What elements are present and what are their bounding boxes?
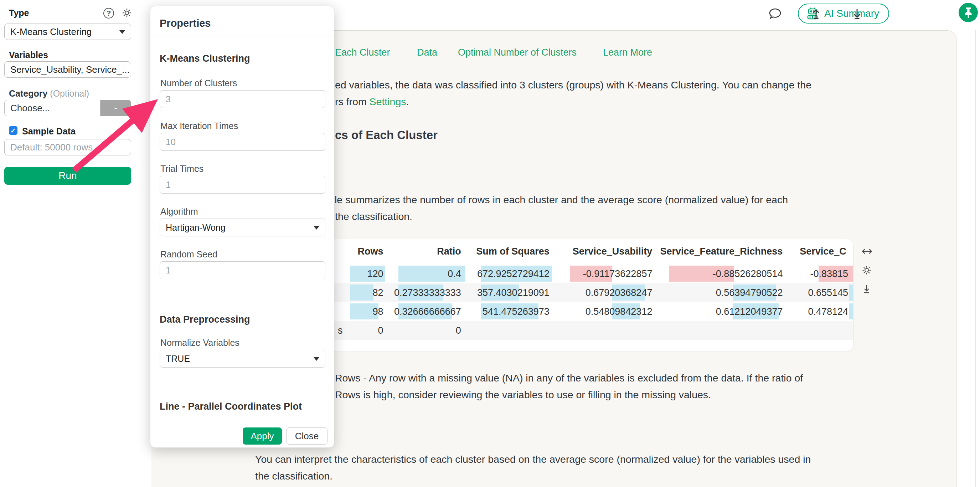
type-select[interactable]: K-Means Clustering: [4, 24, 131, 40]
cell-value: 672.9252729412: [477, 268, 549, 279]
normalize-select[interactable]: TRUE: [160, 350, 325, 368]
tab-data[interactable]: Data: [417, 47, 437, 58]
table-cell: -0.91173622857: [555, 264, 657, 283]
close-button[interactable]: Close: [286, 428, 328, 444]
category-optional-label: (Optional): [50, 88, 89, 99]
intro-text-line2: rs from Settings.: [335, 96, 409, 108]
row-label: s: [338, 325, 343, 336]
algorithm-select-value: Hartigan-Wong: [166, 223, 226, 233]
normalize-select-value: TRUE: [166, 354, 190, 364]
table-cell: 0.61212049377: [657, 302, 788, 321]
help-icon[interactable]: ?: [103, 8, 114, 19]
settings-gear-icon[interactable]: [121, 6, 133, 19]
column-header[interactable]: Service_Usability: [555, 246, 657, 257]
cell-value: 0.61212049377: [716, 306, 783, 317]
data-bar: [849, 303, 853, 320]
cell-value: 0.655145: [808, 287, 848, 298]
table-cell: 0.67920368247: [555, 283, 657, 302]
table-cell: 357.4030219091: [466, 283, 555, 302]
variables-input[interactable]: Service_Usability, Service_...: [4, 61, 131, 78]
random-seed-label: Random Seed: [161, 249, 217, 259]
cell-value: 120: [367, 268, 383, 279]
clusters-field-label: Number of Clusters: [161, 78, 237, 88]
max-iterations-value: 10: [166, 137, 176, 147]
sample-size-input[interactable]: Default: 50000 rows: [4, 139, 131, 156]
cell-value: -0.91173622857: [583, 268, 652, 279]
random-seed-value: 1: [166, 265, 171, 275]
table-row: s00: [321, 321, 853, 340]
apply-button[interactable]: Apply: [243, 428, 282, 444]
category-label: Category (Optional): [9, 88, 89, 99]
dropped-rows-note-line2: Rows is high, consider reviewing the var…: [335, 389, 711, 401]
category-clear-button[interactable]: -: [100, 100, 131, 116]
cell-value: 0.32666666667: [394, 306, 461, 317]
tab-optimal-number-of-clusters[interactable]: Optimal Number of Clusters: [458, 47, 577, 58]
algorithm-select[interactable]: Hartigan-Wong: [160, 218, 325, 236]
comment-icon[interactable]: [768, 6, 782, 21]
table-row: 980.32666666667541.4752639730.5480984231…: [321, 302, 853, 321]
variables-input-value: Service_Usability, Service_...: [10, 64, 130, 75]
pin-avatar[interactable]: [959, 3, 978, 22]
cell-value: 82: [372, 287, 383, 298]
share-icon[interactable]: [809, 6, 823, 21]
table-cell: 98: [347, 302, 388, 321]
type-select-value: K-Means Clustering: [10, 26, 92, 37]
table-cell: 120: [347, 264, 388, 283]
table-download-icon[interactable]: [860, 282, 874, 296]
trial-times-input[interactable]: 1: [160, 176, 325, 194]
column-header[interactable]: Service_Feature_Richness: [657, 246, 788, 257]
table-intro-line1: le summarizes the number of rows in each…: [335, 194, 788, 206]
table-intro-line2: the classification.: [335, 211, 412, 223]
run-button[interactable]: Run: [4, 167, 131, 185]
column-header[interactable]: Rows: [347, 246, 388, 257]
clusters-input[interactable]: 3: [160, 90, 325, 108]
sample-data-checkbox[interactable]: ✓: [9, 126, 18, 135]
interpret-text-line1: You can interpret the characteristics of…: [255, 454, 811, 465]
cell-value: 0: [378, 325, 383, 336]
intro-text-suffix: .: [406, 96, 409, 107]
close-button-label: Close: [295, 431, 318, 442]
table-row: 820.27333333333357.40302190910.679203682…: [321, 283, 853, 302]
dropped-rows-note-line1: Rows - Any row with a missing value (NA)…: [335, 372, 803, 384]
table-cell: [788, 321, 853, 340]
section-heading-each-cluster: cs of Each Cluster: [335, 128, 438, 142]
cell-value: 541.475263973: [482, 306, 549, 317]
sample-size-placeholder: Default: 50000 rows: [10, 142, 93, 153]
table-settings-gear-icon[interactable]: [860, 264, 874, 277]
table-cell: 0.56394790522: [657, 283, 788, 302]
minus-label: -: [114, 102, 117, 114]
interpret-text-line2: the classification.: [255, 470, 332, 482]
cell-value: 98: [372, 306, 383, 317]
tab-each-cluster[interactable]: Each Cluster: [335, 47, 390, 58]
table-cell: 0.54809842312: [555, 302, 657, 321]
chevron-down-icon: [313, 226, 319, 229]
cell-value: 0.27333333333: [394, 287, 461, 298]
column-header[interactable]: Ratio: [388, 246, 466, 257]
table-cell: 0.27333333333: [388, 283, 466, 302]
type-label: Type: [9, 8, 29, 18]
trial-times-value: 1: [166, 180, 171, 190]
category-select[interactable]: Choose...: [4, 100, 100, 116]
column-header[interactable]: Sum of Squares: [466, 246, 555, 257]
data-bar: [350, 285, 374, 301]
download-icon[interactable]: [850, 6, 864, 21]
table-cell: -0.88526280514: [657, 264, 788, 283]
table-cell: -0.83815: [788, 264, 853, 283]
sample-data-label: Sample Data: [22, 126, 76, 137]
trial-times-label: Trial Times: [161, 164, 204, 174]
cell-value: 0.4: [448, 268, 461, 279]
max-iterations-input[interactable]: 10: [160, 133, 325, 151]
cell-value: 357.4030219091: [477, 287, 549, 298]
data-bar: [849, 285, 853, 301]
scrollbar-track[interactable]: [975, 30, 976, 487]
column-header[interactable]: Service_C: [788, 246, 853, 257]
random-seed-input[interactable]: 1: [160, 261, 325, 279]
intro-text-prefix: rs from: [335, 96, 369, 107]
panel-divider: [150, 387, 334, 387]
cell-value: 0.54809842312: [585, 306, 652, 317]
resize-horizontal-icon[interactable]: [860, 245, 874, 258]
clusters-input-value: 3: [166, 94, 171, 105]
tab-learn-more[interactable]: Learn More: [603, 47, 652, 58]
settings-link[interactable]: Settings: [369, 96, 406, 107]
kmeans-section-heading: K-Means Clustering: [160, 53, 250, 64]
